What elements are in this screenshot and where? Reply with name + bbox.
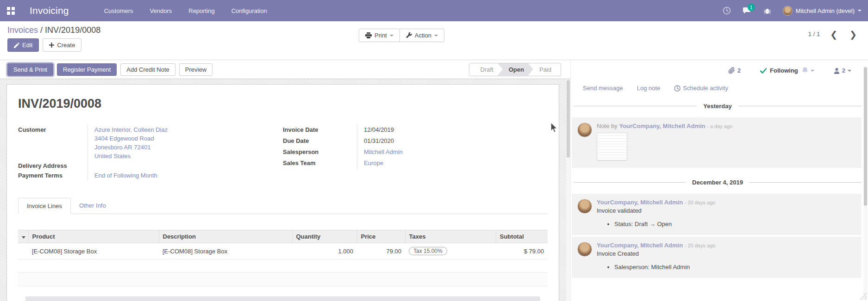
message-time: - a day ago	[707, 123, 732, 129]
tax-badge: Tax 15.00%	[409, 247, 447, 255]
tab-other-info[interactable]: Other Info	[71, 198, 114, 214]
pager-previous-button[interactable]: ❮	[830, 31, 837, 37]
schedule-activity-button[interactable]: Schedule activity	[674, 85, 728, 92]
pager-next-button[interactable]: ❯	[849, 31, 857, 37]
log-note-button[interactable]: Log note	[637, 85, 661, 92]
debug-bug-icon[interactable]	[760, 4, 775, 18]
control-panel: Invoices / INV/2019/0008 Edit Create Pri…	[0, 21, 868, 60]
col-subtotal[interactable]: Subtotal	[496, 230, 548, 243]
app-name[interactable]: Invoicing	[30, 5, 69, 16]
due-date-label: Due Date	[283, 136, 357, 147]
col-price[interactable]: Price	[357, 230, 405, 243]
salesperson-link[interactable]: Mitchell Admin	[364, 148, 403, 155]
message-author[interactable]: YourCompany, Mitchell Admin	[597, 242, 683, 249]
cell-description[interactable]: [E-COM08] Storage Box	[159, 243, 292, 259]
following-button[interactable]: Following	[760, 67, 798, 74]
message-invoice-validated: YourCompany, Mitchell Admin - 20 days ag…	[572, 194, 862, 235]
message-time: - 20 days ago	[685, 243, 716, 248]
delivery-address-value[interactable]	[87, 161, 283, 171]
invoice-sheet: INV/2019/0008 Customer Azure Interior, C…	[6, 84, 559, 301]
menu-customers[interactable]: Customers	[98, 5, 140, 17]
following-label: Following	[770, 67, 798, 74]
menu-vendors[interactable]: Vendors	[144, 5, 179, 17]
invoice-form: Send & Print Register Payment Add Credit…	[0, 60, 570, 301]
action-dropdown-button[interactable]: Action	[400, 29, 444, 42]
cell-price[interactable]: 79.00	[357, 243, 405, 259]
edit-button[interactable]: Edit	[7, 38, 39, 52]
main-menu: Customers Vendors Reporting Configuratio…	[98, 5, 274, 17]
create-button[interactable]: Create	[43, 38, 81, 52]
print-dropdown-button[interactable]: Print	[359, 29, 400, 42]
top-navbar: Invoicing Customers Vendors Reporting Co…	[0, 0, 868, 21]
message-author[interactable]: YourCompany, Mitchell Admin	[597, 199, 683, 206]
cell-product[interactable]: [E-COM08] Storage Box	[28, 243, 159, 259]
cell-quantity[interactable]: 1.000	[292, 243, 357, 259]
col-quantity[interactable]: Quantity	[292, 230, 357, 243]
avatar[interactable]	[577, 199, 592, 214]
table-horizontal-scrollbar[interactable]	[25, 296, 540, 301]
message-author[interactable]: YourCompany, Mitchell Admin	[619, 123, 705, 129]
breadcrumb-invoices-link[interactable]: Invoices	[7, 25, 38, 35]
attachments-button[interactable]: 2	[728, 67, 741, 74]
activities-clock-icon[interactable]	[719, 4, 735, 18]
customer-country[interactable]: United States	[94, 152, 283, 160]
add-credit-note-button[interactable]: Add Credit Note	[120, 63, 175, 76]
status-widget: Draft Open Paid	[469, 63, 561, 76]
tab-invoice-lines[interactable]: Invoice Lines	[18, 198, 71, 214]
send-print-button[interactable]: Send & Print	[7, 63, 53, 76]
state-open[interactable]: Open	[498, 63, 533, 76]
pager-value: 1 / 1	[808, 31, 820, 37]
chatter-panel: 2 Following 2 Send message Log note	[570, 60, 868, 301]
customer-link[interactable]: Azure Interior, Colleen Diaz	[94, 125, 283, 134]
invoice-date-value: 12/04/2019	[357, 125, 548, 136]
breadcrumb-separator: /	[40, 25, 43, 35]
attachment-thumbnail[interactable]	[597, 133, 627, 160]
scrollbar-thumb[interactable]	[567, 80, 570, 158]
menu-reporting[interactable]: Reporting	[182, 5, 221, 17]
table-row[interactable]: [E-COM08] Storage Box [E-COM08] Storage …	[18, 243, 548, 259]
plus-icon	[49, 43, 54, 48]
col-taxes[interactable]: Taxes	[405, 230, 496, 243]
avatar[interactable]	[577, 123, 592, 137]
customer-city[interactable]: Jonesboro AR 72401	[94, 143, 283, 152]
send-message-button[interactable]: Send message	[583, 85, 623, 92]
payment-terms-value: End of Following Month	[87, 171, 283, 180]
register-payment-button[interactable]: Register Payment	[57, 63, 117, 76]
payment-terms-label: Payment Terms	[18, 171, 87, 180]
col-description[interactable]: Description	[159, 230, 292, 243]
chatter-scrollbar[interactable]	[863, 67, 868, 298]
date-divider: December 4, 2019	[574, 179, 862, 186]
salesperson-value: Mitchell Admin	[357, 147, 548, 158]
message-body: Invoice validated	[597, 207, 855, 214]
payment-terms-link[interactable]: End of Following Month	[94, 172, 157, 179]
preview-button[interactable]: Preview	[179, 63, 212, 76]
state-draft[interactable]: Draft	[469, 63, 503, 76]
empty-table-row	[18, 273, 548, 286]
customer-street[interactable]: 3404 Edgewood Road	[94, 134, 283, 143]
tracking-item: Status: Draft → Open	[614, 221, 855, 227]
pencil-icon	[14, 43, 19, 48]
form-scrollbar[interactable]	[566, 80, 570, 301]
user-avatar	[783, 6, 793, 16]
sort-caret-icon	[22, 236, 25, 239]
menu-configuration[interactable]: Configuration	[225, 5, 274, 17]
sales-team-link[interactable]: Europe	[364, 160, 383, 166]
subscribe-bell-button[interactable]	[802, 67, 814, 74]
tracking-values: Salesperson: Mitchell Admin	[597, 264, 855, 270]
followers-button[interactable]: 2	[834, 67, 851, 74]
col-product[interactable]: Product	[28, 230, 159, 243]
scrollbar-thumb[interactable]	[864, 67, 867, 206]
apps-menu-icon[interactable]	[0, 0, 21, 21]
invoice-date-label: Invoice Date	[283, 125, 357, 136]
message-body: Invoice Created	[597, 250, 855, 257]
sort-handle-column[interactable]	[18, 230, 28, 243]
cell-taxes[interactable]: Tax 15.00%	[405, 243, 496, 259]
message-note: Note by YourCompany, Mitchell Admin - a …	[572, 117, 862, 168]
form-background: INV/2019/0008 Customer Azure Interior, C…	[0, 79, 570, 301]
avatar[interactable]	[577, 242, 592, 257]
salesperson-label: Salesperson	[283, 147, 357, 158]
attachments-count: 2	[737, 67, 741, 74]
messages-icon[interactable]: 1	[739, 4, 755, 18]
user-menu[interactable]: Mitchell Admin (devel)	[783, 6, 862, 16]
customer-label: Customer	[18, 125, 87, 161]
